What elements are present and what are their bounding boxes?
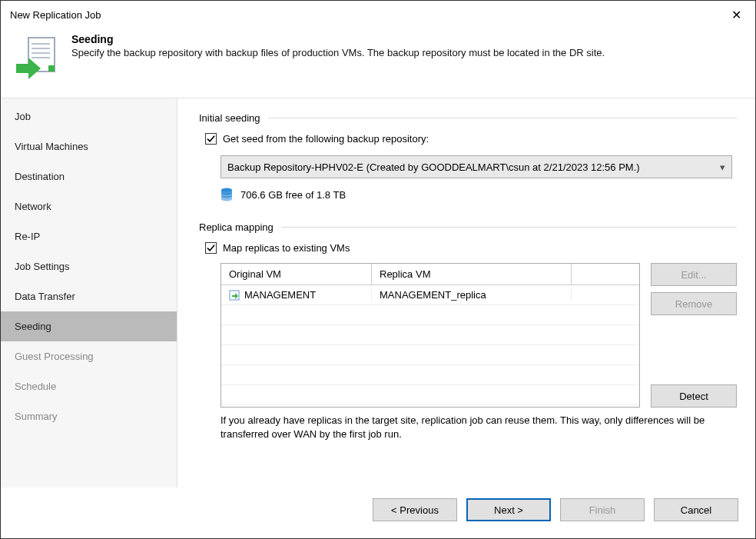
window-title: New Replication Job [10, 9, 101, 21]
repository-dropdown-value: Backup Repository-HPHV02-E (Created by G… [227, 161, 640, 173]
close-icon[interactable]: ✕ [727, 8, 746, 22]
sidebar-item-data-transfer[interactable]: Data Transfer [1, 281, 177, 311]
page-title: Seeding [71, 33, 605, 45]
wizard-footer: < Previous Next > Finish Cancel [1, 487, 755, 538]
chevron-down-icon: ▾ [720, 161, 725, 173]
mapping-table[interactable]: Original VM Replica VM [220, 263, 640, 408]
initial-seeding-section: Initial seeding Get seed from the follow… [199, 112, 737, 201]
storage-icon [220, 188, 233, 201]
edit-button: Edit... [651, 263, 737, 286]
page-subtitle: Specify the backup repository with backu… [71, 47, 605, 58]
content-area: Initial seeding Get seed from the follow… [177, 98, 755, 487]
seeding-icon [15, 33, 58, 82]
table-row [221, 325, 639, 345]
seed-checkbox-label: Get seed from the following backup repos… [223, 133, 429, 145]
table-row [221, 385, 639, 405]
replica-vm-cell: MANAGEMENT_replica [380, 289, 486, 301]
sidebar-item-network[interactable]: Network [1, 191, 177, 221]
sidebar-item-job[interactable]: Job [1, 101, 177, 131]
table-row [221, 305, 639, 325]
col-original-vm[interactable]: Original VM [221, 264, 372, 284]
storage-free-text: 706.6 GB free of 1.8 TB [240, 189, 346, 201]
wizard-sidebar: Job Virtual Machines Destination Network… [1, 98, 177, 487]
sidebar-item-schedule[interactable]: Schedule [1, 371, 177, 401]
map-checkbox-label: Map replicas to existing VMs [223, 242, 350, 254]
table-header: Original VM Replica VM [221, 264, 639, 285]
previous-button[interactable]: < Previous [373, 498, 457, 521]
next-button[interactable]: Next > [466, 498, 551, 521]
sidebar-item-guest-processing[interactable]: Guest Processing [1, 341, 177, 371]
titlebar: New Replication Job ✕ [1, 1, 755, 28]
seed-checkbox-row[interactable]: Get seed from the following backup repos… [205, 133, 737, 145]
original-vm-cell: MANAGEMENT [244, 289, 316, 301]
table-row[interactable]: MANAGEMENT MANAGEMENT_replica [221, 285, 639, 305]
mapping-help-text: If you already have replicas in the targ… [220, 414, 728, 441]
replica-mapping-legend: Replica mapping [199, 221, 274, 233]
sidebar-item-re-ip[interactable]: Re-IP [1, 221, 177, 251]
page-header: Seeding Specify the backup repository wi… [1, 28, 755, 97]
replica-mapping-section: Replica mapping Map replicas to existing… [199, 221, 737, 441]
dialog-window: New Replication Job ✕ Seeding Specify th… [0, 0, 756, 539]
sidebar-item-destination[interactable]: Destination [1, 161, 177, 191]
sidebar-item-virtual-machines[interactable]: Virtual Machines [1, 131, 177, 161]
map-checkbox-row[interactable]: Map replicas to existing VMs [205, 242, 737, 254]
finish-button: Finish [560, 498, 645, 521]
detect-button[interactable]: Detect [651, 384, 737, 408]
sidebar-item-summary[interactable]: Summary [1, 401, 177, 431]
svg-rect-5 [48, 65, 55, 72]
seed-checkbox[interactable] [205, 133, 217, 145]
map-checkbox[interactable] [205, 242, 217, 254]
repository-dropdown[interactable]: Backup Repository-HPHV02-E (Created by G… [220, 155, 732, 178]
remove-button: Remove [651, 292, 737, 315]
cancel-button[interactable]: Cancel [654, 498, 738, 521]
initial-seeding-legend: Initial seeding [199, 112, 260, 124]
sidebar-item-job-settings[interactable]: Job Settings [1, 251, 177, 281]
sidebar-item-seeding[interactable]: Seeding [1, 311, 177, 341]
vm-icon [229, 290, 240, 301]
table-row [221, 345, 639, 365]
col-replica-vm[interactable]: Replica VM [372, 264, 572, 284]
table-row [221, 365, 639, 385]
